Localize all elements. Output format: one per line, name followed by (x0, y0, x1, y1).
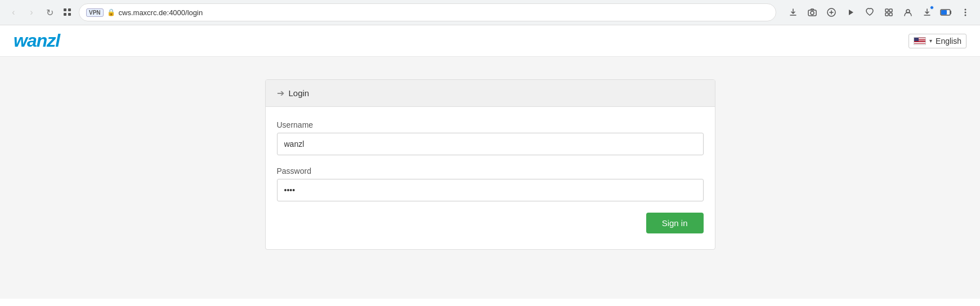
browser-toolbar: ‹ › ↻ VPN 🔒 cws.maxcrc.de:4000/login (0, 0, 980, 25)
svg-marker-7 (849, 10, 853, 15)
page: wanzl ▾ English ➔ Lo (0, 25, 980, 306)
username-input[interactable] (277, 133, 704, 155)
play-icon[interactable] (843, 4, 858, 20)
sign-in-button[interactable]: Sign in (646, 213, 704, 233)
svg-rect-2 (64, 13, 66, 16)
downloads-icon[interactable] (785, 4, 801, 20)
svg-point-15 (965, 9, 966, 11)
app-header: wanzl ▾ English (0, 25, 980, 57)
forward-button[interactable]: › (25, 6, 38, 19)
svg-rect-1 (68, 8, 71, 11)
profile-icon[interactable] (900, 4, 916, 20)
main-content: ➔ Login Username Password Sign in (0, 57, 980, 299)
svg-point-5 (811, 11, 814, 15)
url-text: cws.maxcrc.de:4000/login (119, 8, 769, 17)
toolbar-icons (785, 4, 973, 20)
svg-rect-10 (885, 13, 888, 16)
menu-icon[interactable] (957, 4, 973, 20)
svg-rect-9 (889, 9, 892, 12)
language-selector[interactable]: ▾ English (909, 34, 966, 48)
language-chevron-icon: ▾ (929, 38, 932, 44)
app-logo: wanzl (14, 30, 60, 51)
password-label: Password (277, 166, 704, 176)
svg-rect-8 (885, 9, 888, 12)
svg-rect-3 (68, 13, 71, 16)
camera-icon[interactable] (804, 4, 820, 20)
apps-button[interactable] (61, 6, 74, 19)
heart-icon[interactable] (862, 4, 878, 20)
address-bar[interactable]: VPN 🔒 cws.maxcrc.de:4000/login (79, 3, 776, 21)
reload-button[interactable]: ↻ (43, 6, 56, 19)
login-card-body: Username Password Sign in (266, 107, 715, 249)
form-actions: Sign in (277, 213, 704, 233)
lock-icon: 🔒 (107, 8, 115, 16)
vpn-badge: VPN (86, 8, 104, 17)
flag-us-icon (914, 37, 926, 45)
password-input[interactable] (277, 179, 704, 201)
svg-rect-14 (941, 10, 947, 15)
extensions-icon[interactable] (824, 4, 839, 20)
login-card-header: ➔ Login (266, 80, 715, 107)
back-button[interactable]: ‹ (7, 6, 20, 19)
login-card: ➔ Login Username Password Sign in (265, 79, 715, 250)
battery-icon (938, 4, 954, 20)
svg-point-16 (965, 12, 966, 14)
svg-rect-11 (889, 13, 892, 16)
login-arrow-icon: ➔ (277, 88, 284, 98)
username-label: Username (277, 120, 704, 129)
language-label: English (936, 37, 961, 46)
download-icon[interactable] (919, 4, 935, 20)
login-title: Login (289, 88, 310, 98)
svg-rect-0 (64, 8, 66, 11)
svg-point-17 (965, 15, 966, 16)
username-group: Username (277, 120, 704, 155)
password-group: Password (277, 166, 704, 201)
puzzle-icon[interactable] (881, 4, 897, 20)
browser-chrome: ‹ › ↻ VPN 🔒 cws.maxcrc.de:4000/login (0, 0, 980, 25)
